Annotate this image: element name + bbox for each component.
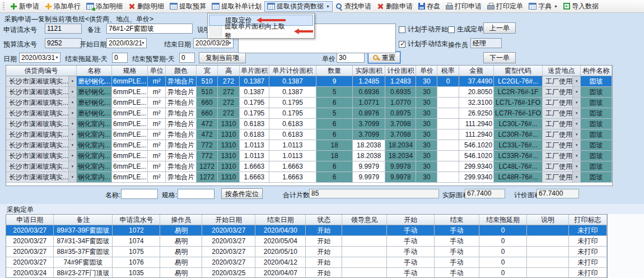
cell-amount[interactable]: 546.1020 bbox=[459, 151, 493, 161]
cell-status[interactable]: 开始 bbox=[306, 247, 342, 257]
cell-end-delay[interactable]: 0 bbox=[479, 257, 527, 268]
combo-dropdown-icon[interactable]: ▼ bbox=[68, 161, 76, 172]
cell-amount[interactable]: 37.4490 bbox=[459, 76, 493, 87]
generate-order-checkbox[interactable]: 生成定单 bbox=[448, 25, 484, 34]
cell-component[interactable]: 固玻 bbox=[581, 140, 612, 151]
column-header[interactable]: 状态 bbox=[306, 215, 342, 225]
cell-delivery[interactable]: 工厂使用▼ bbox=[543, 98, 581, 108]
cell-delivery[interactable]: 工厂使用▼ bbox=[543, 119, 581, 129]
cell-leader-opinion[interactable] bbox=[342, 225, 387, 236]
cell-print-flag[interactable]: 未打印 bbox=[568, 268, 606, 278]
next-order-button[interactable]: 下一单 bbox=[483, 52, 516, 63]
remark-field[interactable] bbox=[106, 24, 193, 34]
cell-piece-priced-area[interactable]: 0.1795 bbox=[269, 108, 316, 119]
cell-name[interactable]: 磨砂钢化... bbox=[77, 87, 112, 98]
column-header[interactable]: 数量 bbox=[316, 66, 353, 76]
cell-end[interactable]: 手动 bbox=[435, 225, 479, 236]
table-row[interactable]: 长沙市潇湘玻璃实...▼钢化室内...6mmPLE...m²异地合片772131… bbox=[6, 140, 612, 151]
cell-amount[interactable]: 32.3100 bbox=[459, 98, 493, 108]
cell-spec[interactable]: 6mmPLE... bbox=[112, 161, 148, 172]
column-header[interactable]: 开始日期 bbox=[202, 215, 255, 225]
chevron-down-icon[interactable]: ▼ bbox=[228, 41, 232, 45]
cell-start-date[interactable]: 2020/03/27 bbox=[202, 257, 255, 268]
cell-unit-price[interactable]: 30 bbox=[416, 98, 437, 108]
cell-window-code[interactable]: LC2GL-76#... bbox=[494, 76, 543, 87]
cell-name[interactable]: 磨砂钢化... bbox=[77, 108, 112, 119]
cell-supplier[interactable]: 长沙市潇湘玻璃实...▼ bbox=[6, 129, 77, 140]
cell-status[interactable]: 开始 bbox=[306, 225, 342, 236]
cell-piece-priced-area[interactable]: 0.1387 bbox=[269, 87, 316, 98]
cell-actual-area[interactable]: 1.2485 bbox=[353, 76, 385, 87]
previous-order-button[interactable]: 上一单 bbox=[483, 22, 516, 34]
cell-print-flag[interactable]: 未打印 bbox=[568, 247, 606, 257]
cell-end-delay[interactable]: 0 bbox=[479, 225, 527, 236]
column-header[interactable]: 结束 bbox=[435, 215, 479, 225]
cell-apply-date[interactable]: 2020/03/24 bbox=[6, 268, 54, 278]
column-header[interactable]: 单片面积 bbox=[239, 66, 269, 76]
cell-tax-rate[interactable] bbox=[437, 140, 459, 151]
cell-piece-area[interactable]: 0.1795 bbox=[239, 108, 269, 119]
cell-leader-opinion[interactable] bbox=[342, 247, 387, 257]
cell-name[interactable]: 钢化室内... bbox=[77, 129, 112, 140]
column-header[interactable]: 领导意见 bbox=[342, 215, 387, 225]
cell-status[interactable]: 开始 bbox=[306, 257, 342, 268]
chevron-down-icon[interactable]: ▼ bbox=[55, 55, 59, 59]
cell-priced-area[interactable]: 1.0770 bbox=[385, 98, 416, 108]
cell-qty[interactable]: 9 bbox=[316, 76, 353, 87]
cell-tax-rate[interactable] bbox=[437, 98, 459, 108]
toolbar-button-extract-supplement-plan[interactable]: 提取补单计划 bbox=[209, 1, 264, 12]
cell-unit-price[interactable]: 30 bbox=[416, 151, 437, 161]
combo-dropdown-icon[interactable]: ▼ bbox=[572, 108, 580, 118]
cell-delivery[interactable]: 工厂使用▼ bbox=[543, 161, 581, 172]
combo-dropdown-icon[interactable]: ▼ bbox=[68, 129, 76, 140]
table-row[interactable]: 长沙市潇湘玻璃实...▼钢化室内...6mmPLE...m²异地合片472131… bbox=[6, 129, 612, 140]
cell-tax-rate[interactable] bbox=[437, 172, 459, 183]
column-header[interactable]: 单价 bbox=[416, 66, 437, 76]
cell-unit-price[interactable]: 30 bbox=[416, 87, 437, 98]
cell-delivery[interactable]: 工厂使用▼ bbox=[543, 87, 581, 98]
cell-amount[interactable]: 299.9340 bbox=[459, 161, 493, 172]
combo-dropdown-icon[interactable]: ▼ bbox=[572, 140, 580, 150]
column-header[interactable]: 金额 bbox=[459, 66, 493, 76]
cell-amount[interactable]: 111.2940 bbox=[459, 129, 493, 140]
cell-unit[interactable]: m² bbox=[148, 98, 166, 108]
cell-component[interactable]: 固玻 bbox=[581, 119, 612, 129]
toolbar-button-print-request[interactable]: 打印申请 bbox=[443, 1, 484, 12]
cell-unit[interactable]: m² bbox=[148, 129, 166, 140]
cell-amount[interactable]: 546.1020 bbox=[459, 140, 493, 151]
cell-unit-price[interactable]: 30 bbox=[416, 108, 437, 119]
cell-apply-no[interactable]: 1075 bbox=[113, 247, 160, 257]
combo-dropdown-icon[interactable]: ▼ bbox=[572, 87, 580, 97]
column-header[interactable]: 计价面积 bbox=[385, 66, 416, 76]
column-header[interactable]: 申请流水号 bbox=[113, 215, 160, 225]
cell-color[interactable]: 异地合片 bbox=[166, 161, 197, 172]
cell-operator[interactable]: 易明 bbox=[160, 236, 202, 247]
cell-tax-rate[interactable] bbox=[437, 129, 459, 140]
cell-supplier[interactable]: 长沙市潇湘玻璃实...▼ bbox=[6, 140, 77, 151]
column-header[interactable]: 构件名称 bbox=[581, 66, 612, 76]
column-header[interactable]: 申请日期 bbox=[6, 215, 54, 225]
cell-end[interactable]: 手动 bbox=[435, 236, 479, 247]
toolbar-button-extract-budget[interactable]: 提取预算 bbox=[167, 1, 209, 12]
toolbar-button-delete-detail[interactable]: 删除明细 bbox=[125, 1, 167, 12]
cell-tax-rate[interactable] bbox=[437, 87, 459, 98]
cell-start[interactable]: 手动 bbox=[387, 236, 435, 247]
cell-print-flag[interactable]: 未打印 bbox=[568, 257, 606, 268]
cell-note[interactable] bbox=[527, 257, 569, 268]
cell-operator[interactable]: 易明 bbox=[160, 225, 202, 236]
cell-note[interactable] bbox=[527, 268, 569, 278]
cell-height[interactable]: 1310 bbox=[218, 151, 240, 161]
toolbar-button-delete-request[interactable]: 删除申请 bbox=[374, 1, 416, 12]
cell-delivery[interactable]: 工厂使用▼ bbox=[543, 129, 581, 140]
cell-unit[interactable]: m² bbox=[148, 119, 166, 129]
toolbar-button-find-request[interactable]: 查找申请 bbox=[333, 1, 374, 12]
cell-delivery[interactable]: 工厂使用▼ bbox=[543, 172, 581, 183]
cell-window-code[interactable]: LC33L-76#... bbox=[494, 140, 543, 151]
cell-spec[interactable]: 6mmPLE... bbox=[112, 108, 148, 119]
cell-actual-area[interactable]: 9.9979 bbox=[353, 172, 385, 183]
cell-priced-area[interactable]: 9.9978 bbox=[385, 161, 416, 172]
table-row[interactable]: 长沙市潇湘玻璃实...▼磨砂钢化...6mmPLE...m²异地合片660272… bbox=[6, 108, 612, 119]
cell-amount[interactable]: 299.9340 bbox=[459, 172, 493, 183]
cell-start-date[interactable]: 2020/03/27 bbox=[202, 236, 255, 247]
combo-dropdown-icon[interactable]: ▼ bbox=[572, 129, 580, 140]
